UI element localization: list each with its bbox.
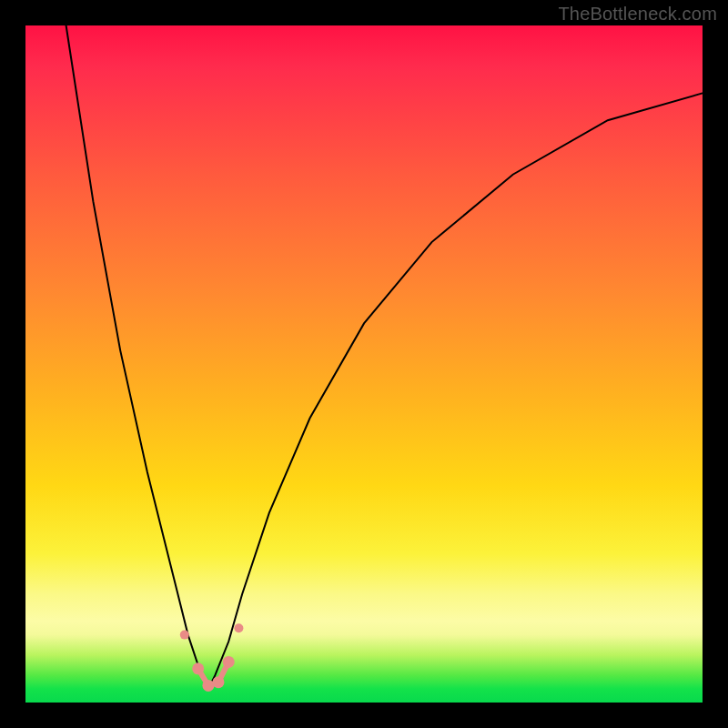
- highlight-dot: [223, 656, 235, 668]
- chart-plot-area: [25, 25, 703, 703]
- highlight-dot: [234, 623, 243, 632]
- bottleneck-curve: [25, 25, 703, 703]
- highlight-dot: [180, 631, 189, 640]
- watermark-text: TheBottleneck.com: [558, 4, 717, 25]
- curve-path: [66, 25, 703, 689]
- highlight-dot: [213, 676, 225, 688]
- highlight-dot: [202, 680, 214, 692]
- highlight-dots: [180, 623, 244, 692]
- highlight-dot: [192, 662, 204, 674]
- chart-frame: TheBottleneck.com: [0, 0, 728, 728]
